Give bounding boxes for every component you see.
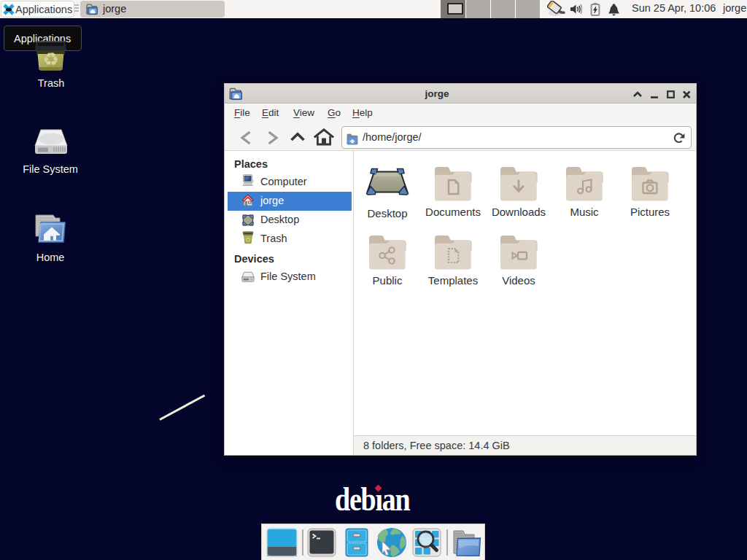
svg-text:♻: ♻	[245, 236, 251, 244]
svg-text:♻: ♻	[42, 49, 58, 69]
